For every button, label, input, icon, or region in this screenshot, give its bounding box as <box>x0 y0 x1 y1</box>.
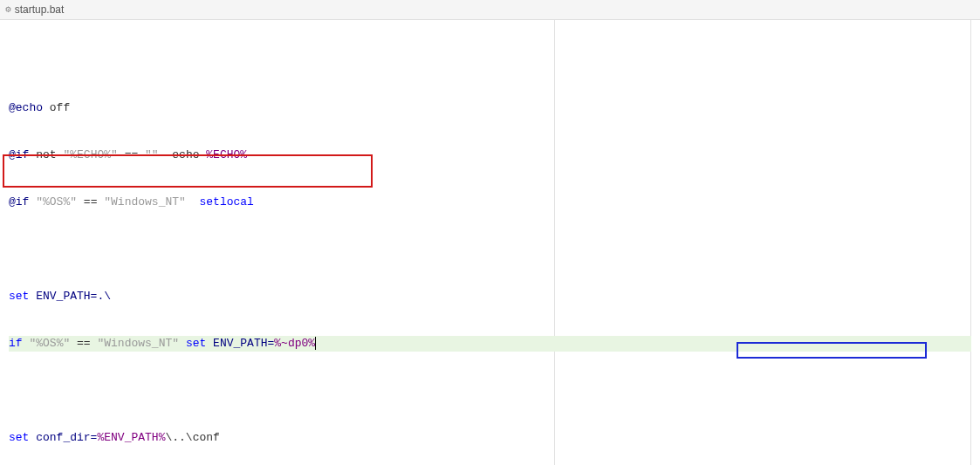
text-cursor <box>315 337 316 350</box>
code-line: @echo off <box>9 100 971 116</box>
code-line-current: if "%OS%" == "Windows_NT" set ENV_PATH=%… <box>9 336 971 352</box>
code-line: @if not "%ECHO%" == "" echo %ECHO% <box>9 147 971 163</box>
code-line: set ENV_PATH=.\ <box>9 289 971 304</box>
tab-filename[interactable]: startup.bat <box>15 2 65 17</box>
code-line: set conf_dir=%ENV_PATH%\..\conf <box>9 430 971 446</box>
code-line: @if "%OS%" == "Windows_NT" setlocal <box>9 195 971 210</box>
code-editor[interactable]: @echo off @if not "%ECHO%" == "" echo %E… <box>0 20 980 465</box>
gear-icon: ⚙ <box>5 2 11 17</box>
tab-bar: ⚙ startup.bat <box>0 0 980 20</box>
code-line-blank <box>9 242 971 257</box>
code-line-blank <box>9 383 971 399</box>
